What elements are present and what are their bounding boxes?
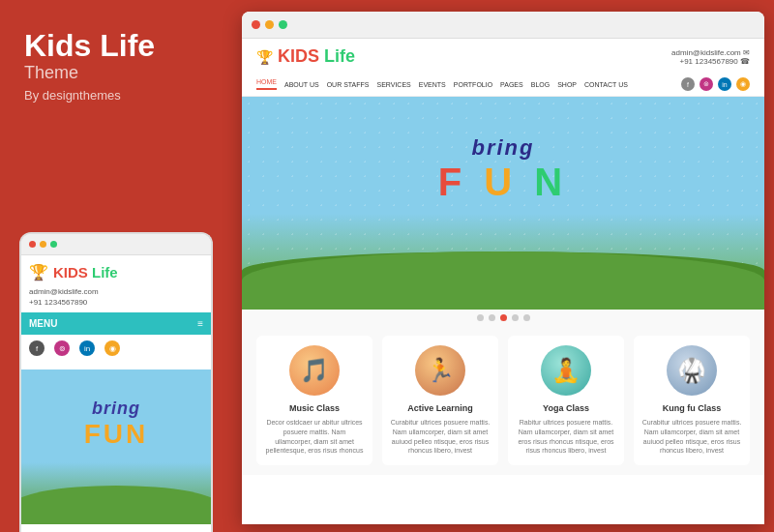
theme-title: Kids Life — [24, 29, 216, 63]
yoga-avatar-face: 🧘 — [551, 357, 580, 384]
mobile-dot-yellow — [40, 241, 46, 248]
class-name-music: Music Class — [264, 403, 365, 413]
header-email: admin@kidslife.com ✉ — [671, 48, 750, 57]
nav-shop[interactable]: SHOP — [557, 81, 577, 88]
trophy-icon: 🏆 — [29, 263, 48, 281]
class-card-kungfu: 🥋 Kung fu Class Curabitur ultrices posue… — [634, 336, 750, 465]
kungfu-avatar-face: 🥋 — [677, 357, 706, 384]
class-name-kungfu: Kung fu Class — [641, 403, 742, 413]
mobile-hero: bring FUN — [19, 369, 213, 524]
theme-subtitle: Theme — [24, 63, 216, 83]
mobile-email: admin@kidslife.com — [29, 287, 203, 296]
hero-fun-text: F U N — [438, 161, 568, 204]
mobile-logo-text: KIDS Life — [53, 264, 118, 281]
active-avatar-face: 🏃 — [426, 357, 455, 384]
class-name-active: Active Learning — [390, 403, 491, 413]
mobile-content: 🏆 KIDS Life admin@kidslife.com +91 12345… — [21, 255, 211, 369]
mobile-dot-green — [50, 241, 57, 248]
mobile-dot-red — [29, 241, 36, 248]
browser-dot-red — [252, 20, 260, 29]
browser-bar — [242, 12, 764, 39]
mobile-logo-life: Life — [92, 264, 118, 281]
class-avatar-active: 🏃 — [415, 345, 465, 396]
hamburger-icon: ≡ — [197, 318, 203, 329]
site-logo-life: Life — [324, 46, 355, 66]
browser-dot-yellow — [265, 20, 274, 29]
mobile-menu-bar[interactable]: MENU ≡ — [21, 312, 211, 335]
class-card-active: 🏃 Active Learning Curabitur ultrices pos… — [382, 336, 498, 465]
class-card-music: 🎵 Music Class Decor ostdcaer ur abitur u… — [256, 336, 372, 465]
nav-staffs[interactable]: OUR STAFFS — [327, 81, 370, 88]
header-rss-icon[interactable]: ◉ — [736, 77, 750, 91]
nav-about[interactable]: ABOUT US — [284, 81, 319, 88]
left-panel: Kids Life Theme By designthemes 🏆 KIDS L… — [0, 0, 240, 532]
browser-mockup: 🏆 KIDS Life admin@kidslife.com ✉ +91 123… — [242, 12, 764, 524]
header-social: f ⊚ in ◉ — [681, 77, 750, 91]
site-logo-kids: KIDS — [278, 46, 319, 66]
mobile-fun-text: FUN — [84, 419, 149, 450]
hero-fun-n: N — [534, 161, 568, 203]
slider-dot-3[interactable] — [500, 314, 507, 321]
header-instagram-icon[interactable]: ⊚ — [700, 77, 713, 91]
mobile-instagram-icon[interactable]: ⊚ — [54, 340, 70, 356]
browser-dot-green — [279, 20, 287, 29]
header-phone: +91 1234567890 ☎ — [671, 57, 750, 66]
mobile-grass — [19, 486, 213, 524]
mobile-bring-text-label: bring — [92, 399, 140, 418]
mobile-logo-row: 🏆 KIDS Life — [29, 263, 203, 281]
nav-pages[interactable]: PAGES — [500, 81, 523, 88]
classes-section: 🎵 Music Class Decor ostdcaer ur abitur u… — [242, 326, 764, 475]
website-header: 🏆 KIDS Life admin@kidslife.com ✉ +91 123… — [242, 39, 764, 97]
slider-dot-4[interactable] — [512, 314, 519, 321]
slider-dot-2[interactable] — [489, 314, 495, 321]
class-desc-yoga: Rabitur ultrices posuere mattis. Nam ull… — [516, 418, 616, 456]
site-logo-text: KIDS Life — [278, 46, 355, 67]
nav-contact[interactable]: CONTACT US — [584, 81, 628, 88]
hero-text-block: bring F U N — [438, 135, 568, 204]
class-desc-music: Decor ostdcaer ur abitur ultrices posuer… — [264, 418, 365, 456]
slider-dots — [242, 310, 764, 326]
header-nav: HOME ABOUT US OUR STAFFS SERVICES EVENTS… — [256, 73, 750, 96]
header-facebook-icon[interactable]: f — [681, 77, 695, 91]
mobile-phone: +91 1234567890 — [29, 298, 203, 307]
mobile-top-bar — [21, 234, 211, 255]
class-name-yoga: Yoga Class — [516, 403, 616, 413]
nav-events[interactable]: EVENTS — [419, 81, 446, 88]
class-avatar-kungfu: 🥋 — [667, 345, 717, 396]
nav-services[interactable]: SERVICES — [376, 81, 410, 88]
hero-grass — [242, 251, 764, 310]
hero-bring-text: bring — [438, 135, 568, 161]
mobile-hero-text: bring FUN — [84, 399, 149, 450]
music-avatar-face: 🎵 — [300, 357, 329, 384]
mobile-linkedin-icon[interactable]: in — [79, 340, 95, 356]
mobile-social-row: f ⊚ in ◉ — [29, 340, 203, 356]
classes-grid: 🎵 Music Class Decor ostdcaer ur abitur u… — [256, 336, 750, 465]
header-top: 🏆 KIDS Life admin@kidslife.com ✉ +91 123… — [256, 46, 750, 67]
header-linkedin-icon[interactable]: in — [718, 77, 731, 91]
class-card-yoga: 🧘 Yoga Class Rabitur ultrices posuere ma… — [508, 336, 624, 465]
class-desc-kungfu: Curabitur ultrices posuere mattis. Nam u… — [641, 418, 742, 456]
hero-fun-u: U — [484, 161, 518, 203]
mobile-facebook-icon[interactable]: f — [29, 340, 45, 356]
mobile-rss-icon[interactable]: ◉ — [104, 340, 120, 356]
hero-section: bring F U N — [242, 97, 764, 310]
header-contact: admin@kidslife.com ✉ +91 1234567890 ☎ — [671, 48, 750, 66]
nav-home[interactable]: HOME — [256, 78, 277, 90]
class-avatar-music: 🎵 — [289, 345, 340, 396]
nav-blog[interactable]: BLOG — [531, 81, 550, 88]
class-desc-active: Curabitur ultrices posuere mattis. Nam u… — [390, 418, 491, 456]
hero-fun-f: F — [438, 161, 467, 203]
mobile-mockup: 🏆 KIDS Life admin@kidslife.com +91 12345… — [19, 232, 213, 532]
theme-author: By designthemes — [24, 88, 216, 103]
site-logo: 🏆 KIDS Life — [256, 46, 355, 67]
class-avatar-yoga: 🧘 — [541, 345, 591, 396]
slider-dot-1[interactable] — [477, 314, 484, 321]
nav-portfolio[interactable]: PORTFOLIO — [454, 81, 492, 88]
slider-dot-5[interactable] — [523, 314, 530, 321]
site-trophy-icon: 🏆 — [256, 49, 273, 65]
mobile-menu-label: MENU — [29, 318, 57, 329]
mobile-logo-kids: KIDS — [53, 264, 88, 281]
